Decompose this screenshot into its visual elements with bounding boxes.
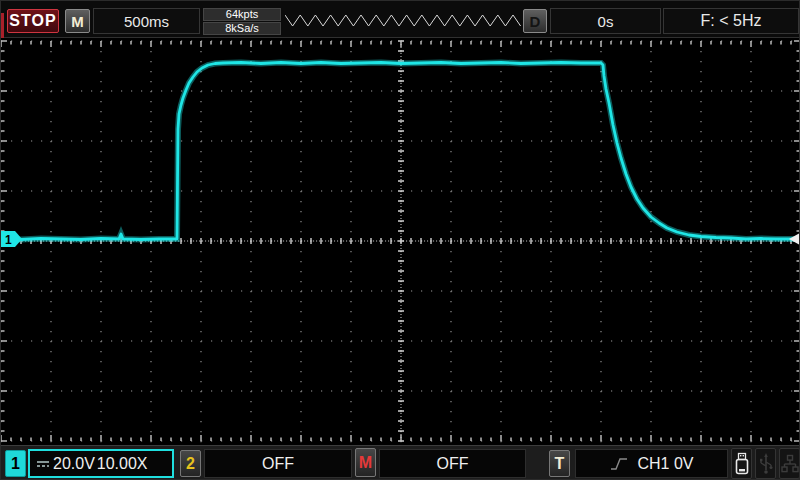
trigger-status-box[interactable]: CH1 0V [575,449,728,478]
horizontal-position-readout[interactable]: 0s [550,8,661,34]
svg-text:1: 1 [5,233,12,247]
run-stop-button[interactable]: STOP [7,9,59,33]
stop-indicator-strip [1,13,4,38]
menu-button[interactable]: M [65,9,90,33]
usb-device-icon [755,448,776,479]
delay-button[interactable]: D [523,9,547,33]
waveform-display-area[interactable]: 1 [1,38,800,445]
bottom-status-bar: 1 20.0V 10.00X 2 OFF M OFF T CH1 0V [1,445,800,480]
ch2-status-box[interactable]: OFF [204,449,352,478]
waveform-preview-icon [285,9,521,31]
math-status-box[interactable]: OFF [379,449,526,478]
rising-edge-icon [609,456,629,472]
math-badge[interactable]: M [355,448,376,477]
trigger-source-level: CH1 0V [637,455,693,473]
ch1-volts-per-div: 20.0V [53,455,95,473]
usb-drive-icon [731,448,752,479]
dc-coupling-icon [35,457,51,471]
oscilloscope-screen: STOP M 500ms 64kpts 8kSa/s D 0s F: < 5Hz… [0,0,800,480]
trigger-menu-button[interactable]: T [549,450,570,477]
ch1-badge[interactable]: 1 [5,450,26,477]
ch1-probe-ratio: 10.00X [97,455,148,473]
timebase-readout[interactable]: 500ms [93,8,200,34]
trigger-frequency-readout: F: < 5Hz [663,8,799,34]
top-status-bar: STOP M 500ms 64kpts 8kSa/s D 0s F: < 5Hz [1,1,800,38]
memory-depth-readout: 64kpts [203,8,281,21]
lan-icon [779,448,800,479]
ch1-settings-box[interactable]: 20.0V 10.00X [28,449,174,478]
ch1-level-marker[interactable]: 1 [1,231,22,247]
sample-rate-readout: 8kSa/s [203,22,281,35]
ch2-badge[interactable]: 2 [180,450,201,477]
